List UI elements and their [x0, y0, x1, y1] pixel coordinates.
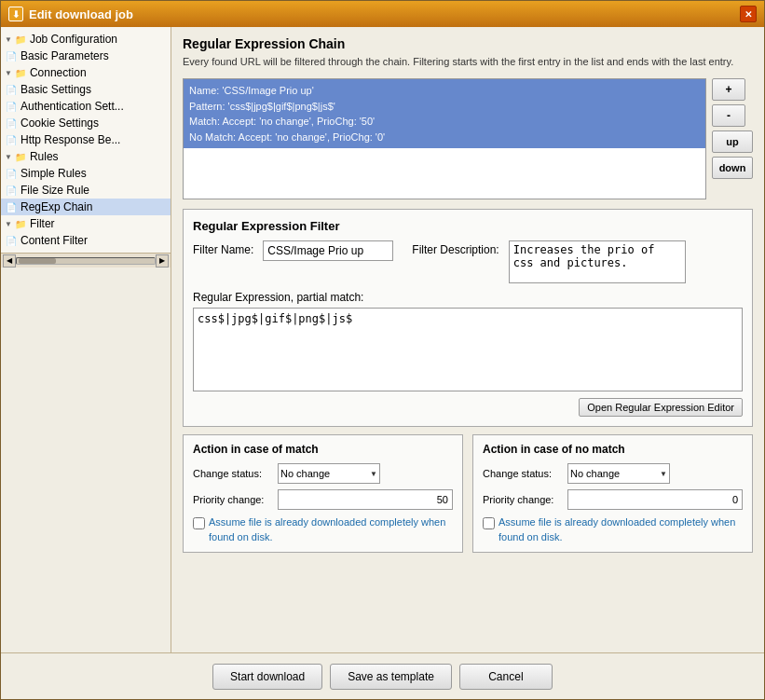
actions-row: Action in case of match Change status: N… [183, 434, 753, 553]
scroll-right-btn[interactable]: ▶ [156, 254, 169, 268]
tree-label-basic-params: Basic Parameters [20, 49, 109, 62]
tree-item-connection[interactable]: ▼ 📁 Connection [1, 64, 171, 81]
chain-remove-button[interactable]: - [712, 104, 745, 127]
tree-item-simple-rules[interactable]: 📄 Simple Rules [1, 165, 171, 182]
filter-desc-textarea[interactable]: Increases the prio of css and pictures. [509, 240, 686, 283]
content-panel: Regular Expression Chain Every found URL… [171, 27, 764, 652]
start-download-button[interactable]: Start download [212, 664, 322, 690]
bottom-bar: Start download Save as template Cancel [1, 652, 764, 699]
tree-label-rules: Rules [30, 150, 59, 163]
tree-item-file-size-rule[interactable]: 📄 File Size Rule [1, 182, 171, 199]
filter-desc-label: Filter Description: [412, 240, 499, 256]
doc-icon-bs: 📄 [5, 83, 18, 96]
folder-icon-rules: 📁 [14, 150, 27, 163]
filter-name-label: Filter Name: [193, 240, 253, 256]
tree-label-regexp-chain: RegExp Chain [20, 200, 92, 213]
filter-section-title: Regular Expression Filter [193, 219, 743, 233]
expand-icon-rules: ▼ [5, 153, 12, 161]
match-checkbox[interactable] [193, 517, 205, 529]
scrollbar-thumb [19, 258, 56, 264]
filter-section: Regular Expression Filter Filter Name: F… [183, 209, 753, 427]
nomatch-checkbox-row: Assume file is already downloaded comple… [483, 515, 743, 544]
regex-label: Regular Expression, partial match: [193, 291, 743, 304]
chain-add-button[interactable]: + [712, 78, 745, 101]
folder-icon-conn: 📁 [14, 66, 27, 79]
nomatch-status-row: Change status: No change Accept Reject ▼ [483, 463, 743, 484]
tree-item-basic-settings[interactable]: 📄 Basic Settings [1, 81, 171, 98]
tree-item-auth-settings[interactable]: 📄 Authentication Sett... [1, 98, 171, 115]
tree-label-file-size-rule: File Size Rule [20, 184, 89, 197]
doc-icon-cf: 📄 [5, 234, 18, 247]
nomatch-status-select-wrapper: No change Accept Reject ▼ [567, 463, 670, 484]
nomatch-priority-input[interactable] [567, 489, 743, 510]
chain-section-title: Regular Expression Chain [183, 36, 753, 51]
doc-icon-fsr: 📄 [5, 184, 18, 197]
main-content: ▼ 📁 Job Configuration 📄 Basic Parameters… [1, 27, 764, 652]
chain-item-nomatch: No Match: Accept: 'no change', PrioChg: … [189, 130, 700, 145]
tree-item-cookie-settings[interactable]: 📄 Cookie Settings [1, 115, 171, 131]
chain-buttons: + - up down [712, 78, 753, 199]
chain-item-match: Match: Accept: 'no change', PrioChg: '50… [189, 114, 700, 130]
match-status-row: Change status: No change Accept Reject ▼ [193, 463, 453, 484]
tree-item-http-response[interactable]: 📄 Http Response Be... [1, 131, 171, 148]
chain-section-desc: Every found URL will be filtered through… [183, 55, 753, 69]
scroll-left-btn[interactable]: ◀ [3, 254, 16, 268]
match-priority-label: Priority change: [193, 494, 272, 505]
match-action-title: Action in case of match [193, 443, 453, 456]
match-checkbox-row: Assume file is already downloaded comple… [193, 515, 453, 544]
close-button[interactable]: ✕ [740, 6, 757, 22]
doc-icon-auth: 📄 [5, 100, 18, 113]
chain-item-name: Name: 'CSS/Image Prio up' [189, 83, 700, 99]
match-priority-row: Priority change: [193, 489, 453, 510]
doc-icon-sr: 📄 [5, 167, 18, 180]
folder-icon-filter: 📁 [14, 217, 27, 230]
chain-container: Name: 'CSS/Image Prio up' Pattern: 'css$… [183, 78, 753, 199]
nomatch-status-label: Change status: [483, 468, 562, 479]
match-checkbox-label: Assume file is already downloaded comple… [209, 515, 453, 544]
filter-name-row: Filter Name: Filter Description: Increas… [193, 240, 743, 283]
chain-down-button[interactable]: down [712, 157, 753, 179]
cancel-button[interactable]: Cancel [459, 664, 553, 690]
tree-item-regexp-chain[interactable]: 📄 RegExp Chain [1, 199, 171, 215]
folder-icon: 📁 [14, 33, 27, 46]
tree-label-simple-rules: Simple Rules [20, 167, 87, 180]
regex-textarea[interactable]: css$|jpg$|gif$|png$|js$ [193, 308, 743, 391]
tree-item-basic-params[interactable]: 📄 Basic Parameters [1, 48, 171, 64]
tree-scrollbar[interactable]: ◀ ▶ [1, 253, 171, 268]
chain-list-item[interactable]: Name: 'CSS/Image Prio up' Pattern: 'css$… [184, 79, 705, 148]
tree-item-content-filter[interactable]: 📄 Content Filter [1, 232, 171, 249]
chain-up-button[interactable]: up [712, 130, 753, 153]
doc-icon-rec: 📄 [5, 200, 18, 213]
filter-name-input[interactable] [263, 240, 393, 261]
doc-icon-http: 📄 [5, 133, 18, 146]
chain-list-box[interactable]: Name: 'CSS/Image Prio up' Pattern: 'css$… [183, 78, 706, 199]
tree-label-auth-settings: Authentication Sett... [20, 100, 124, 113]
match-status-label: Change status: [193, 468, 272, 479]
tree-item-job-config[interactable]: ▼ 📁 Job Configuration [1, 31, 171, 48]
scrollbar-track [16, 257, 156, 265]
tree-item-filter[interactable]: ▼ 📁 Filter [1, 215, 171, 232]
match-action-box: Action in case of match Change status: N… [183, 434, 463, 553]
tree-label-connection: Connection [30, 66, 87, 79]
chain-item-pattern: Pattern: 'css$|jpg$|gif$|png$|js$' [189, 99, 700, 115]
expand-icon-conn: ▼ [5, 69, 12, 77]
doc-icon-cookie: 📄 [5, 117, 18, 130]
tree-label-content-filter: Content Filter [20, 234, 88, 247]
tree-panel: ▼ 📁 Job Configuration 📄 Basic Parameters… [1, 27, 171, 253]
match-status-select[interactable]: No change Accept Reject [278, 463, 380, 484]
tree-label-cookie-settings: Cookie Settings [20, 117, 99, 130]
nomatch-action-title: Action in case of no match [483, 443, 743, 456]
tree-label-job-config: Job Configuration [30, 33, 117, 46]
nomatch-checkbox[interactable] [483, 517, 495, 529]
open-editor-button[interactable]: Open Regular Expression Editor [579, 398, 743, 417]
nomatch-status-select[interactable]: No change Accept Reject [567, 463, 670, 484]
expand-icon: ▼ [5, 35, 12, 44]
match-priority-input[interactable] [278, 489, 453, 510]
save-template-button[interactable]: Save as template [330, 664, 452, 690]
tree-label-http-response: Http Response Be... [20, 133, 120, 146]
nomatch-priority-label: Priority change: [483, 494, 562, 505]
tree-label-basic-settings: Basic Settings [20, 83, 91, 96]
left-panel-wrapper: ▼ 📁 Job Configuration 📄 Basic Parameters… [1, 27, 171, 652]
tree-item-rules[interactable]: ▼ 📁 Rules [1, 148, 171, 165]
nomatch-checkbox-label: Assume file is already downloaded comple… [499, 515, 743, 544]
